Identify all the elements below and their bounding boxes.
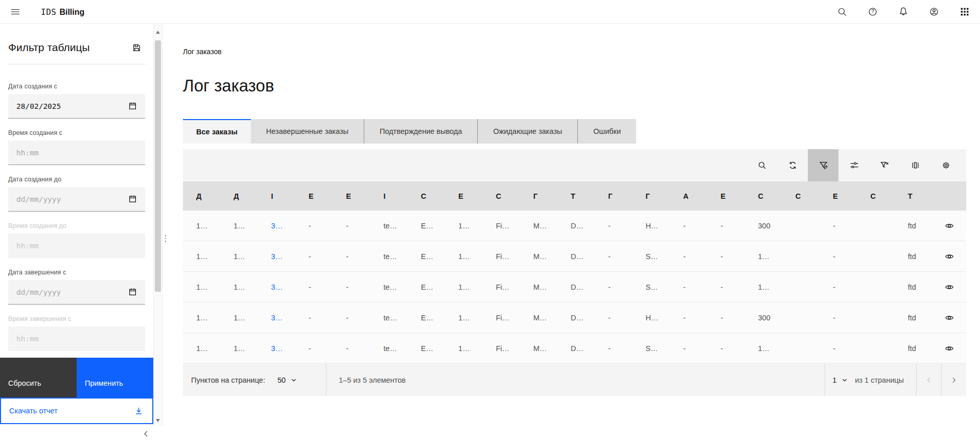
calendar-icon[interactable] bbox=[128, 102, 137, 110]
table-cell: - bbox=[670, 314, 707, 322]
table-cell: - bbox=[670, 344, 707, 353]
table-cell: M… bbox=[520, 283, 557, 291]
view-row-icon[interactable] bbox=[932, 241, 966, 272]
table-cell: - bbox=[595, 314, 632, 322]
table-cell: D… bbox=[557, 283, 595, 291]
download-report-button[interactable]: Скачать отчет bbox=[0, 398, 153, 424]
table-cell: - bbox=[820, 344, 857, 353]
table-cell: E… bbox=[408, 222, 445, 230]
filter-field: Время создания до hh:mm bbox=[8, 222, 145, 258]
search-icon[interactable] bbox=[827, 0, 857, 24]
field-input[interactable]: 28/02/2025 bbox=[8, 94, 145, 119]
breadcrumb[interactable]: Лог заказов bbox=[183, 48, 222, 57]
scrollbar-up-icon[interactable] bbox=[154, 28, 162, 36]
column-header: Г bbox=[520, 192, 557, 200]
view-row-icon[interactable] bbox=[932, 272, 966, 302]
calendar-icon[interactable] bbox=[128, 288, 137, 296]
filter-edit-icon[interactable] bbox=[808, 149, 838, 181]
next-page-icon[interactable] bbox=[941, 364, 966, 396]
table-cell: E… bbox=[408, 344, 445, 353]
column-header: E bbox=[333, 192, 370, 200]
refresh-icon[interactable] bbox=[777, 149, 808, 181]
save-filter-icon[interactable] bbox=[132, 43, 141, 52]
table-cell: te… bbox=[370, 283, 408, 291]
table-cell: - bbox=[295, 252, 333, 261]
view-row-icon[interactable] bbox=[932, 211, 966, 241]
table-cell: M… bbox=[520, 344, 557, 353]
field-input[interactable]: dd/mm/yyyy bbox=[8, 280, 145, 305]
user-avatar-icon[interactable] bbox=[919, 0, 949, 24]
table-row: 1…1…3…--te…E…1…Fi…M…D…-H…--300-ftd bbox=[183, 211, 966, 241]
sidebar-scrollbar[interactable] bbox=[153, 24, 162, 426]
table-cell: - bbox=[295, 283, 333, 291]
menu-icon[interactable] bbox=[3, 0, 28, 24]
reset-button[interactable]: Сбросить bbox=[0, 358, 77, 398]
page-select[interactable]: 1 bbox=[825, 364, 855, 396]
table-cell: - bbox=[333, 344, 370, 353]
tab-5[interactable]: Ошибки bbox=[577, 119, 636, 144]
table-cell: M… bbox=[520, 222, 557, 230]
brand: IDS Billing bbox=[41, 7, 84, 17]
download-report-label: Скачать отчет bbox=[9, 407, 58, 415]
tab-2[interactable]: Незавершенные заказы bbox=[251, 119, 364, 144]
column-header: C bbox=[782, 192, 820, 200]
view-row-icon[interactable] bbox=[932, 302, 966, 333]
table-cell: 1… bbox=[220, 344, 258, 353]
table-cell: - bbox=[707, 222, 744, 230]
table-cell: Fi… bbox=[482, 283, 520, 291]
scrollbar-thumb[interactable] bbox=[155, 40, 161, 292]
order-link[interactable]: 3… bbox=[258, 222, 295, 230]
items-per-page-select[interactable]: 50 bbox=[270, 364, 304, 396]
filter-field: Дата создания с 28/02/2025 bbox=[8, 83, 145, 119]
view-row-icon[interactable] bbox=[932, 333, 966, 364]
column-view-icon[interactable] bbox=[900, 149, 930, 181]
settings-gear-icon[interactable] bbox=[930, 149, 961, 181]
help-icon[interactable]: ? bbox=[857, 0, 888, 24]
table-cell: 1… bbox=[220, 314, 258, 322]
table-cell: te… bbox=[370, 314, 408, 322]
field-input[interactable]: hh:mm bbox=[8, 141, 145, 165]
filter-field: Время создания с hh:mm bbox=[8, 129, 145, 165]
order-link[interactable]: 3… bbox=[258, 344, 295, 353]
table-cell: D… bbox=[557, 252, 595, 261]
collapse-panel-icon[interactable] bbox=[139, 427, 153, 440]
notifications-icon[interactable] bbox=[888, 0, 919, 24]
settings-adjust-icon[interactable] bbox=[838, 149, 869, 181]
table-cell: te… bbox=[370, 222, 408, 230]
table-row: 1…1…3…--te…E…1…Fi…M…D…-S…--1…-ftd bbox=[183, 272, 966, 302]
table-cell: - bbox=[295, 344, 333, 353]
table-cell: 1… bbox=[445, 344, 482, 353]
order-link[interactable]: 3… bbox=[258, 283, 295, 291]
table-cell: - bbox=[595, 344, 632, 353]
table-cell: ftd bbox=[895, 252, 932, 261]
panel-buttons: Сбросить Применить bbox=[0, 358, 153, 398]
table-cell: - bbox=[670, 222, 707, 230]
tab-1[interactable]: Все заказы bbox=[183, 119, 251, 144]
table-cell: - bbox=[595, 252, 632, 261]
table-cell: - bbox=[595, 283, 632, 291]
table-cell: - bbox=[333, 314, 370, 322]
table-cell: te… bbox=[370, 344, 408, 353]
panel-resize-handle[interactable] bbox=[163, 231, 168, 246]
table-cell: - bbox=[820, 283, 857, 291]
tab-3[interactable]: Подтверждение вывода bbox=[364, 119, 477, 144]
scrollbar-down-icon[interactable] bbox=[154, 416, 162, 425]
table-cell: S… bbox=[633, 252, 670, 261]
filter-remove-icon[interactable] bbox=[869, 149, 900, 181]
filter-panel: Фильтр таблицы Дата создания с 28/02/202… bbox=[0, 24, 153, 443]
order-link[interactable]: 3… bbox=[258, 252, 295, 261]
table-cell: 1… bbox=[445, 252, 482, 261]
tab-4[interactable]: Ожидающие заказы bbox=[477, 119, 577, 144]
calendar-icon[interactable] bbox=[128, 195, 137, 203]
prev-page-icon[interactable] bbox=[916, 364, 941, 396]
table-search-icon[interactable] bbox=[746, 149, 777, 181]
table-cell: D… bbox=[557, 222, 595, 230]
apply-button[interactable]: Применить bbox=[77, 358, 153, 398]
order-link[interactable]: 3… bbox=[258, 314, 295, 322]
pagination-bar: Пунктов на странице: 50 1–5 из 5 элемент… bbox=[183, 364, 966, 396]
field-input[interactable]: dd/mm/yyyy bbox=[8, 187, 145, 212]
field-label: Время создания до bbox=[8, 222, 145, 229]
table-cell: - bbox=[333, 252, 370, 261]
app-switcher-icon[interactable] bbox=[949, 0, 980, 24]
table-cell: - bbox=[333, 222, 370, 230]
